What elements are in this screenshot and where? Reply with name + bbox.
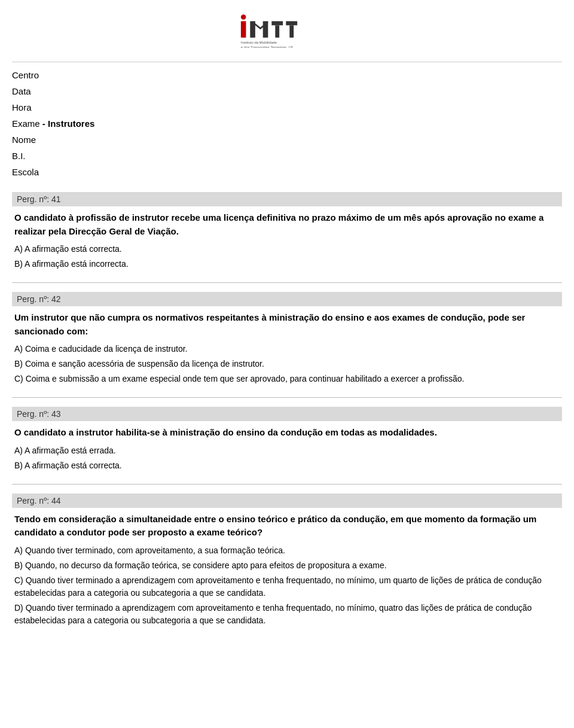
meta-info: Centro Data Hora Exame - Instrutores Nom…: [12, 67, 562, 180]
escola-field: Escola: [12, 164, 562, 180]
svg-point-1: [241, 14, 246, 20]
hora-field: Hora: [12, 99, 562, 115]
question-header-q42: Perg. nº: 42: [12, 292, 562, 306]
answer-q42-2: C) Coima e submissão a um exame especial…: [12, 373, 562, 385]
question-header-q43: Perg. nº: 43: [12, 407, 562, 421]
question-text-q43: O candidato a instrutor habilita-se à mi…: [12, 426, 562, 440]
question-block-q42: Perg. nº: 42Um instrutor que não cumpra …: [12, 292, 562, 385]
header-divider: [12, 62, 562, 62]
answer-q42-1: B) Coima e sanção acessória de suspensão…: [12, 358, 562, 370]
svg-text:e dos Transportes Terrestres, : e dos Transportes Terrestres, I.P.: [241, 45, 294, 48]
question-header-q41: Perg. nº: 41: [12, 192, 562, 206]
questions-container: Perg. nº: 41O candidato à profissão de i…: [12, 192, 562, 627]
exame-field: Exame - Instrutores: [12, 115, 562, 132]
svg-rect-6: [275, 25, 279, 38]
answer-q44-3: D) Quando tiver terminado a aprendizagem…: [12, 602, 562, 627]
answer-q44-0: A) Quando tiver terminado, com aproveita…: [12, 544, 562, 557]
question-block-q41: Perg. nº: 41O candidato à profissão de i…: [12, 192, 562, 270]
svg-rect-5: [271, 21, 283, 25]
data-field: Data: [12, 83, 562, 99]
answer-q41-1: B) A afirmação está incorrecta.: [12, 258, 562, 270]
nome-label: Nome: [12, 135, 36, 145]
nome-field: Nome: [12, 132, 562, 148]
question-header-q44: Perg. nº: 44: [12, 494, 562, 508]
answer-q43-0: A) A afirmação está errada.: [12, 444, 562, 457]
question-separator-0: [12, 282, 562, 283]
question-block-q44: Perg. nº: 44Tendo em consideração a simu…: [12, 494, 562, 627]
answer-q44-1: B) Quando, no decurso da formação teóric…: [12, 559, 562, 572]
page-header: Instituto da Mobilidade e dos Transporte…: [12, 6, 562, 56]
question-text-q44: Tendo em consideração a simultaneidade e…: [12, 513, 562, 540]
question-text-q42: Um instrutor que não cumpra os normativo…: [12, 311, 562, 338]
question-text-q41: O candidato à profissão de instrutor rec…: [12, 211, 562, 238]
exame-label: Exame: [12, 118, 40, 129]
answer-q41-0: A) A afirmação está correcta.: [12, 243, 562, 255]
question-block-q43: Perg. nº: 43O candidato a instrutor habi…: [12, 407, 562, 472]
centro-field: Centro: [12, 67, 562, 83]
imtt-logo: Instituto da Mobilidade e dos Transporte…: [233, 12, 341, 48]
exame-suffix: - Instrutores: [40, 118, 95, 129]
question-separator-2: [12, 484, 562, 485]
answer-q43-1: B) A afirmação está correcta.: [12, 459, 562, 472]
data-label: Data: [12, 86, 31, 96]
escola-label: Escola: [12, 167, 39, 177]
question-separator-1: [12, 397, 562, 398]
logo-container: Instituto da Mobilidade e dos Transporte…: [233, 12, 341, 50]
svg-text:Instituto da Mobilidade: Instituto da Mobilidade: [241, 41, 277, 44]
svg-rect-4: [263, 21, 268, 37]
answer-q44-2: C) Quando tiver terminado a aprendizagem…: [12, 574, 562, 599]
bi-label: B.I.: [12, 151, 26, 161]
bi-field: B.I.: [12, 148, 562, 164]
hora-label: Hora: [12, 102, 32, 112]
svg-rect-8: [289, 25, 294, 38]
centro-label: Centro: [12, 70, 39, 80]
answer-q42-0: A) Coima e caducidade da licença de inst…: [12, 343, 562, 355]
svg-rect-7: [286, 21, 297, 25]
svg-rect-0: [241, 21, 246, 37]
